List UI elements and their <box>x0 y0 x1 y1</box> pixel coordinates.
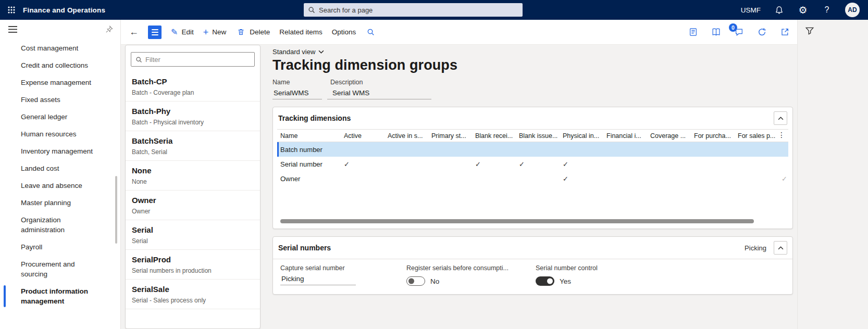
settings-gear-icon[interactable]: ⚙ <box>797 4 809 16</box>
grid-column-header[interactable]: Primary st... <box>428 132 472 140</box>
tracking-dimensions-section: Tracking dimensions NameActiveActive in … <box>272 107 793 229</box>
record-list-item[interactable]: NoneNone <box>126 161 260 191</box>
back-arrow-icon[interactable]: ← <box>129 27 139 37</box>
related-items-button[interactable]: Related items <box>279 28 323 36</box>
grid-column-header[interactable]: Physical in... <box>560 132 603 140</box>
filter-funnel-icon[interactable] <box>805 26 816 37</box>
grid-hscroll-thumb[interactable] <box>280 219 754 223</box>
serial-control-label: Serial number control <box>536 264 598 272</box>
grid-column-header[interactable]: Active <box>341 132 385 140</box>
record-description: Serial <box>132 237 254 245</box>
sidebar-item[interactable]: Product information management <box>0 283 120 310</box>
record-list-item[interactable]: Batch-CPBatch - Coverage plan <box>126 72 260 102</box>
pin-icon[interactable] <box>104 24 114 34</box>
record-name: SerialSale <box>132 284 254 295</box>
tracking-dimensions-title: Tracking dimensions <box>278 114 351 122</box>
record-filter[interactable] <box>131 52 255 67</box>
refresh-icon[interactable] <box>757 27 767 37</box>
checkmark-icon: ✓ <box>516 160 560 168</box>
record-list-item[interactable]: OwnerOwner <box>126 191 260 220</box>
edit-button[interactable]: ✎ Edit <box>171 28 194 36</box>
grid-row[interactable]: Serial number✓✓✓✓ <box>277 157 788 171</box>
global-search[interactable] <box>304 3 523 17</box>
record-list-item[interactable]: SerialSerial <box>126 220 260 250</box>
name-field-value[interactable]: SerialWMS <box>272 89 322 99</box>
record-list-item[interactable]: Batch-PhyBatch - Physical inventory <box>126 102 260 131</box>
record-filter-input[interactable] <box>145 56 250 64</box>
list-pane-toggle-icon[interactable] <box>148 26 162 39</box>
grid-column-header[interactable]: For sales p... <box>735 132 778 140</box>
grid-column-header[interactable]: Name <box>277 132 341 140</box>
sidebar-item[interactable]: General ledger <box>0 108 120 125</box>
navigation-sidebar: Cost managementCredit and collectionsExp… <box>0 20 121 329</box>
record-list-item[interactable]: SerialSaleSerial - Sales process only <box>126 280 260 309</box>
toolbar-search-icon[interactable] <box>365 27 376 37</box>
grid-column-header[interactable]: Coverage ... <box>647 132 691 140</box>
serial-control-toggle[interactable] <box>536 276 554 286</box>
sidebar-scrollbar[interactable] <box>115 176 117 244</box>
options-button[interactable]: Options <box>332 28 356 36</box>
top-bar: Finance and Operations USMF ⚙ ? AD <box>0 0 868 20</box>
description-field-value[interactable]: Serial WMS <box>327 89 431 99</box>
new-label: New <box>212 28 226 36</box>
grid-column-header[interactable]: Blank issue... <box>516 132 560 140</box>
help-icon[interactable]: ? <box>821 4 833 16</box>
attachments-icon[interactable]: 0 <box>734 27 744 37</box>
sidebar-item[interactable]: Inventory management <box>0 143 120 160</box>
record-description: Owner <box>132 207 254 216</box>
record-name: SerialProd <box>132 255 254 265</box>
grid-column-header[interactable]: Financial i... <box>603 132 647 140</box>
view-selector-label: Standard view <box>272 48 315 56</box>
register-serials-toggle[interactable] <box>406 276 425 286</box>
grid-cell-name: Batch number <box>277 146 341 154</box>
sidebar-item[interactable]: Master planning <box>0 194 120 211</box>
register-serials-label: Register serials before consumpti... <box>406 264 536 272</box>
report-icon[interactable] <box>688 27 698 37</box>
sidebar-item[interactable]: Leave and absence <box>0 177 120 194</box>
new-button[interactable]: + New <box>203 28 227 37</box>
sidebar-item[interactable]: Payroll <box>0 238 120 256</box>
notifications-bell-icon[interactable] <box>773 4 785 16</box>
action-toolbar: ← ✎ Edit + New Delete Related items Opti… <box>121 20 797 45</box>
header-fields: Name SerialWMS Description Serial WMS <box>272 79 793 99</box>
pencil-icon: ✎ <box>171 28 178 36</box>
record-list-item[interactable]: SerialProdSerial numbers in production <box>126 250 260 280</box>
user-avatar[interactable]: AD <box>845 3 860 17</box>
sidebar-item[interactable]: Landed cost <box>0 160 120 177</box>
serial-numbers-section: Serial numbers Picking Captu <box>272 236 793 295</box>
record-name: Serial <box>132 225 254 235</box>
record-name: Batch-Phy <box>132 106 254 117</box>
grid-column-header[interactable]: Active in s... <box>385 132 428 140</box>
capture-serial-value[interactable]: Picking <box>280 275 356 285</box>
topbar-actions: USMF ⚙ ? AD <box>741 3 868 17</box>
sidebar-item[interactable]: Organization administration <box>0 211 120 238</box>
record-list-item[interactable]: BatchSeriaBatch, Serial <box>126 131 260 161</box>
grid-row[interactable]: Batch number <box>277 142 788 157</box>
sidebar-item[interactable]: Procurement and sourcing <box>0 256 120 283</box>
grid-row[interactable]: Owner✓✓ <box>277 171 788 186</box>
record-description: Batch, Serial <box>132 148 254 156</box>
sidebar-item[interactable]: Human resources <box>0 125 120 143</box>
grid-column-header[interactable]: Blank recei... <box>472 132 516 140</box>
book-icon[interactable] <box>711 27 721 37</box>
view-selector[interactable]: Standard view <box>272 48 324 56</box>
sidebar-item[interactable]: Cost management <box>0 40 120 57</box>
sidebar-item[interactable]: Fixed assets <box>0 91 120 108</box>
hamburger-menu-icon[interactable] <box>6 23 19 35</box>
description-field-label: Description <box>327 79 431 86</box>
app-window: Finance and Operations USMF ⚙ ? AD <box>0 0 868 329</box>
delete-button[interactable]: Delete <box>235 27 270 37</box>
company-picker[interactable]: USMF <box>741 6 761 14</box>
sidebar-item[interactable]: Credit and collections <box>0 57 120 74</box>
sidebar-item[interactable]: Expense management <box>0 74 120 91</box>
main-panel: Standard view Tracking dimension groups … <box>265 45 793 329</box>
grid-column-header[interactable]: For purcha... <box>691 132 735 140</box>
global-search-input[interactable] <box>319 6 518 14</box>
waffle-icon[interactable] <box>0 0 23 20</box>
open-in-new-window-icon[interactable] <box>779 27 790 37</box>
search-icon <box>308 6 315 14</box>
sidebar-nav: Cost managementCredit and collectionsExp… <box>0 40 120 310</box>
collapse-section-button[interactable] <box>774 241 787 255</box>
collapse-section-button[interactable] <box>774 111 787 125</box>
grid-options-icon[interactable]: ⋮ <box>776 131 787 139</box>
